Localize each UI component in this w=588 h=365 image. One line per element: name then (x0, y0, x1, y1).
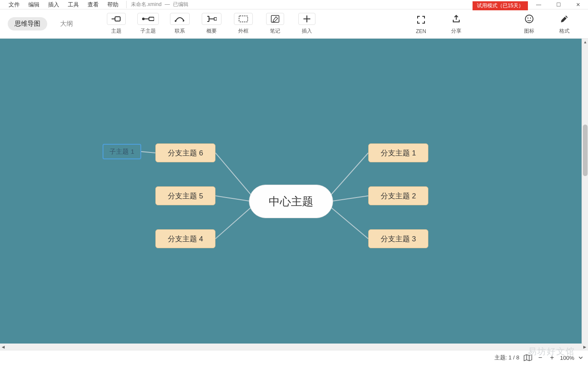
horizontal-scrollbar[interactable]: ◀ ▶ (0, 344, 588, 350)
format-label: 格式 (559, 27, 570, 35)
svg-rect-4 (214, 18, 217, 20)
menu-insert[interactable]: 插入 (44, 1, 64, 9)
close-button[interactable]: ✕ (568, 0, 588, 9)
svg-line-11 (333, 196, 368, 201)
svg-line-16 (141, 152, 155, 153)
branch-2[interactable]: 分支主题 2 (368, 186, 428, 205)
subtopic-icon (137, 13, 159, 25)
share-button[interactable]: 分享 (440, 11, 472, 37)
scroll-thumb[interactable] (583, 125, 588, 176)
vertical-scrollbar[interactable]: ▲ ▼ (582, 39, 588, 348)
insert-label: 插入 (302, 27, 312, 35)
branch-6[interactable]: 分支主题 6 (155, 143, 215, 162)
minimize-button[interactable]: — (529, 0, 549, 9)
topic-counter: 主题: 1 / 8 (494, 354, 520, 362)
mindmap-canvas[interactable]: 中心主题 分支主题 1 分支主题 2 分支主题 3 分支主题 4 分支主题 5 … (0, 39, 582, 348)
format-button[interactable]: 格式 (549, 11, 580, 37)
window-controls: — ☐ ✕ (529, 0, 588, 9)
branch-3[interactable]: 分支主题 3 (368, 229, 428, 248)
summary-icon (202, 13, 221, 25)
fullscreen-icon (417, 14, 425, 26)
boundary-icon (234, 13, 253, 25)
menu-help[interactable]: 帮助 (103, 1, 123, 9)
maximize-button[interactable]: ☐ (549, 0, 568, 9)
svg-line-10 (330, 153, 368, 195)
center-topic[interactable]: 中心主题 (249, 185, 333, 218)
scroll-up-icon[interactable]: ▲ (582, 39, 588, 45)
topic-button[interactable]: 主题 (100, 11, 132, 37)
boundary-button[interactable]: 外框 (227, 11, 259, 37)
svg-line-14 (215, 196, 249, 201)
subtopic-1-selected[interactable]: 子主题 1 (103, 144, 141, 159)
file-status: 已编辑 (173, 1, 188, 7)
chevron-down-icon[interactable] (579, 356, 583, 359)
note-label: 笔记 (270, 27, 280, 35)
svg-point-1 (142, 18, 145, 20)
smiley-icon (524, 13, 534, 25)
zen-button[interactable]: ZEN (405, 11, 437, 37)
svg-line-15 (215, 153, 252, 195)
file-info: 未命名.xmind — 已编辑 (126, 1, 188, 8)
menu-edit[interactable]: 编辑 (24, 1, 44, 9)
svg-point-9 (530, 18, 531, 18)
summary-button[interactable]: 概要 (196, 11, 227, 37)
svg-point-7 (525, 15, 533, 23)
toolbar: 思维导图 大纲 主题 子主题 联系 概要 (0, 9, 588, 39)
relation-icon (170, 13, 190, 25)
svg-line-12 (330, 207, 368, 239)
share-label: 分享 (451, 27, 461, 35)
subtopic-button[interactable]: 子主题 (132, 11, 164, 37)
icons-label: 图标 (524, 27, 534, 35)
boundary-label: 外框 (238, 27, 249, 35)
branch-5[interactable]: 分支主题 5 (155, 186, 215, 205)
svg-point-3 (175, 20, 176, 22)
scroll-left-icon[interactable]: ◀ (0, 344, 6, 350)
icons-button[interactable]: 图标 (513, 11, 545, 37)
trial-banner[interactable]: 试用模式（已15天） (473, 1, 528, 10)
insert-button[interactable]: 插入 (291, 11, 323, 37)
summary-label: 概要 (206, 27, 217, 35)
svg-line-13 (215, 207, 252, 239)
menu-tools[interactable]: 工具 (64, 1, 83, 9)
subtopic-label: 子主题 (140, 27, 156, 35)
branch-1[interactable]: 分支主题 1 (368, 143, 428, 162)
note-button[interactable]: 笔记 (259, 11, 291, 37)
branch-4[interactable]: 分支主题 4 (155, 229, 215, 248)
relation-label: 联系 (175, 27, 185, 35)
plus-icon (298, 13, 315, 25)
watermark: 易坊好文馆 (528, 346, 575, 357)
brush-icon (560, 13, 569, 25)
topic-label: 主题 (111, 27, 121, 35)
tab-mindmap[interactable]: 思维导图 (8, 17, 47, 30)
svg-rect-5 (239, 16, 248, 22)
canvas-area: 中心主题 分支主题 1 分支主题 2 分支主题 3 分支主题 4 分支主题 5 … (0, 39, 588, 350)
filename: 未命名.xmind (131, 1, 161, 7)
svg-rect-0 (115, 17, 120, 21)
menu-file[interactable]: 文件 (4, 1, 24, 9)
scroll-right-icon[interactable]: ▶ (582, 344, 588, 350)
menubar: 文件 编辑 插入 工具 查看 帮助 未命名.xmind — 已编辑 试用模式（已… (0, 0, 588, 9)
zen-label: ZEN (416, 28, 426, 34)
statusbar: 易坊好文馆 主题: 1 / 8 − + 100% (0, 350, 588, 365)
topic-icon (107, 13, 126, 25)
tab-outline[interactable]: 大纲 (53, 17, 80, 30)
svg-rect-2 (149, 17, 154, 21)
relation-button[interactable]: 联系 (164, 11, 196, 37)
svg-point-8 (527, 18, 528, 18)
menu-view[interactable]: 查看 (83, 1, 103, 9)
share-icon (452, 13, 461, 25)
note-icon (266, 13, 284, 25)
